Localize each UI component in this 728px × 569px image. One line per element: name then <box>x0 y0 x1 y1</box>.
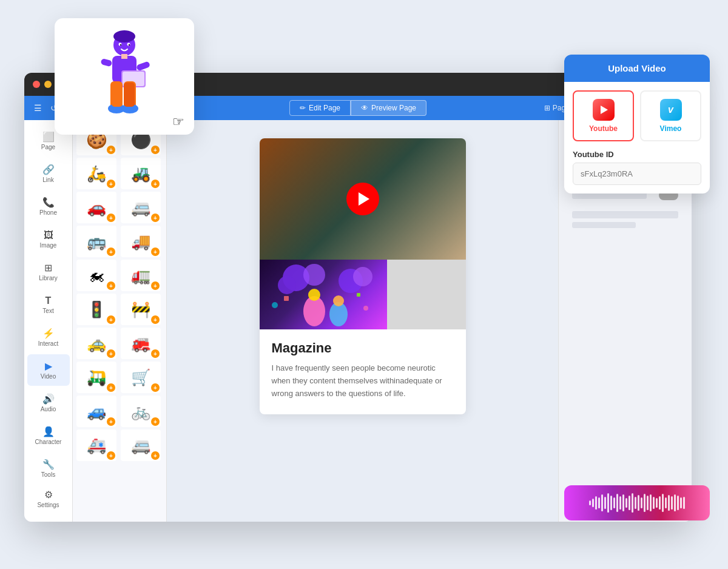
asset-bike[interactable]: 🚲 <box>121 396 161 427</box>
svg-rect-10 <box>357 293 360 297</box>
page-icon: ⬜ <box>42 131 55 143</box>
svg-rect-32 <box>124 82 135 107</box>
svg-rect-30 <box>121 54 127 59</box>
asset-van2[interactable]: 🚐 <box>121 429 161 461</box>
asset-truck1[interactable]: 🚚 <box>121 226 161 257</box>
asset-jeep[interactable]: 🚙 <box>76 396 116 427</box>
youtube-id-label: Youtube ID <box>573 150 701 159</box>
sidebar-item-tools[interactable]: 🔧 Tools <box>27 453 70 484</box>
asset-add-badge[interactable] <box>151 146 160 154</box>
youtube-source-card[interactable]: Youtube <box>573 90 634 141</box>
sidebar-item-phone[interactable]: 📞 Phone <box>27 190 70 222</box>
asset-add-badge[interactable] <box>107 315 115 324</box>
source-row: Youtube v Vimeo <box>564 82 710 150</box>
asset-roadbarrier[interactable]: 🚧 <box>121 294 161 325</box>
card-title: Magazine <box>272 340 454 356</box>
text-icon: T <box>46 295 52 306</box>
edit-page-tab[interactable]: ✏ Edit Page <box>289 100 351 116</box>
svg-rect-16 <box>100 58 112 67</box>
play-button[interactable] <box>346 183 379 215</box>
minimize-button[interactable] <box>44 81 52 88</box>
phone-icon: 📞 <box>42 197 55 208</box>
asset-add-badge[interactable] <box>151 349 160 358</box>
asset-add-badge[interactable] <box>151 180 160 188</box>
asset-delivery[interactable]: 🚛 <box>121 260 161 291</box>
sidebar-item-settings[interactable]: ⚙ Settings <box>27 485 70 517</box>
canvas-area: Magazine I have frequently seen people b… <box>167 120 558 522</box>
asset-trafficlight[interactable]: 🚦 <box>76 294 116 325</box>
asset-food-cart[interactable]: 🛒 <box>121 362 161 393</box>
asset-add-badge[interactable] <box>107 180 115 188</box>
svg-point-3 <box>353 267 372 286</box>
asset-add-badge[interactable] <box>107 247 115 256</box>
asset-tractor[interactable]: 🚜 <box>121 158 161 189</box>
asset-add-badge[interactable] <box>151 214 160 222</box>
sidebar-item-character[interactable]: 👤 Character <box>27 420 70 451</box>
float-card: ☞ <box>55 18 194 135</box>
asset-add-badge[interactable] <box>107 383 115 392</box>
asset-add-badge[interactable] <box>151 281 160 290</box>
waveform <box>589 493 685 513</box>
vimeo-label: Vimeo <box>660 124 682 133</box>
upload-video-button[interactable]: Upload Video <box>564 55 710 82</box>
sidebar-item-text[interactable]: T Text <box>27 289 70 320</box>
asset-motorcycle[interactable]: 🏍 <box>76 260 116 291</box>
card-image-right <box>387 260 466 329</box>
sidebar-item-link[interactable]: 🔗 Link <box>27 158 70 189</box>
asset-panel: 🍪 ⚫ 🛵 🚜 🚗 🚐 <box>73 120 167 522</box>
vimeo-source-card[interactable]: v Vimeo <box>640 90 701 141</box>
asset-scooter[interactable]: 🛵 <box>76 158 116 189</box>
youtube-label: Youtube <box>589 124 618 133</box>
video-thumbnail[interactable] <box>260 138 466 260</box>
svg-point-4 <box>278 276 296 294</box>
audio-panel[interactable] <box>564 485 710 520</box>
asset-add-badge[interactable] <box>151 315 160 324</box>
video-icon: ▶ <box>45 360 52 372</box>
character-icon: 👤 <box>42 426 55 437</box>
hamburger-icon[interactable]: ☰ <box>32 102 44 114</box>
upload-video-panel: Upload Video Youtube v Vimeo Youtube ID <box>564 55 710 194</box>
asset-car1[interactable]: 🚗 <box>76 192 116 223</box>
card-image-left <box>260 260 387 329</box>
image-icon: 🖼 <box>44 230 53 241</box>
asset-add-badge[interactable] <box>107 146 115 154</box>
asset-van1[interactable]: 🚐 <box>121 192 161 223</box>
card-body: I have frequently seen people become neu… <box>272 362 454 400</box>
preview-page-tab[interactable]: 👁 Preview Page <box>351 100 426 116</box>
asset-add-badge[interactable] <box>107 417 115 426</box>
close-button[interactable] <box>33 81 40 88</box>
rp-row6 <box>572 211 678 218</box>
sidebar-item-audio[interactable]: 🔊 Audio <box>27 387 70 419</box>
eye-icon: 👁 <box>361 104 368 112</box>
asset-add-badge[interactable] <box>151 451 160 460</box>
sidebar-item-library[interactable]: ⊞ Library <box>27 256 70 288</box>
asset-rickshaw[interactable]: 🛺 <box>76 362 116 393</box>
asset-truck2[interactable]: 🚒 <box>121 328 161 359</box>
asset-add-badge[interactable] <box>107 214 115 222</box>
svg-rect-9 <box>284 296 289 301</box>
asset-car2[interactable]: 🚕 <box>76 328 116 359</box>
asset-add-badge[interactable] <box>107 451 115 460</box>
svg-point-6 <box>308 289 320 301</box>
asset-add-badge[interactable] <box>151 417 160 426</box>
link-icon: 🔗 <box>42 164 55 175</box>
asset-add-badge[interactable] <box>151 247 160 256</box>
svg-point-8 <box>333 295 344 306</box>
edit-icon: ✏ <box>300 104 306 112</box>
svg-point-11 <box>363 306 368 311</box>
asset-add-badge[interactable] <box>107 349 115 358</box>
rp-row7 <box>572 222 636 228</box>
sidebar-item-image[interactable]: 🖼 Image <box>27 223 70 255</box>
svg-rect-31 <box>112 82 123 107</box>
youtube-id-input[interactable] <box>573 163 701 185</box>
settings-icon: ⚙ <box>44 489 53 500</box>
asset-bus[interactable]: 🚌 <box>76 226 116 257</box>
sidebar-item-video[interactable]: ▶ Video <box>27 354 70 386</box>
asset-ambulance[interactable]: 🚑 <box>76 429 116 461</box>
audio-icon: 🔊 <box>42 393 55 405</box>
youtube-icon <box>593 99 615 121</box>
card-images <box>260 260 466 329</box>
asset-add-badge[interactable] <box>107 281 115 290</box>
sidebar-item-interact[interactable]: ⚡ Interact <box>27 322 70 353</box>
asset-add-badge[interactable] <box>151 383 160 392</box>
